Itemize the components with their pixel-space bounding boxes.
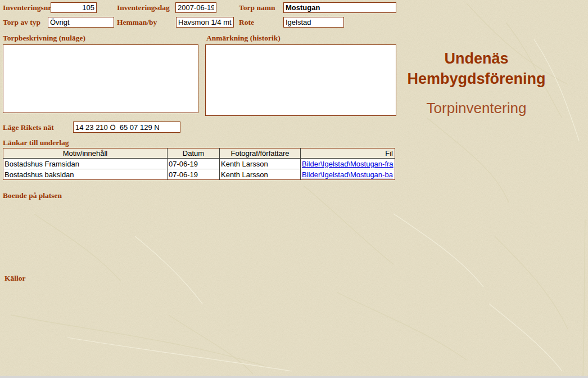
hemman-by-label: Hemman/by — [117, 18, 157, 27]
table-header-row: Motiv/innehåll Datum Fotograf/författare… — [3, 148, 395, 159]
boende-pa-platsen-heading: Boende på platsen — [3, 191, 62, 200]
column-header-datum: Datum — [168, 148, 220, 159]
bottom-window-edge — [0, 376, 588, 378]
page-subtitle: Torpinventering — [399, 100, 554, 117]
anmarkning-textarea[interactable] — [205, 44, 396, 116]
torp-av-typ-input[interactable] — [48, 17, 114, 28]
torpbeskrivning-label: Torpbeskrivning (nuläge) — [3, 34, 85, 43]
inventeringsdag-input[interactable] — [175, 2, 216, 13]
torp-av-typ-label: Torp av typ — [3, 18, 40, 27]
fil-link[interactable]: Bilder\Igelstad\Mostugan-ba — [302, 170, 393, 179]
fil-link[interactable]: Bilder\Igelstad\Mostugan-fra — [302, 160, 393, 168]
org-title: Undenäs Hembygdsförening — [399, 48, 554, 89]
underlag-table: Motiv/innehåll Datum Fotograf/författare… — [3, 148, 395, 180]
cell-datum: 07-06-19 — [168, 159, 220, 169]
cell-motiv: Bostadshus baksidan — [3, 169, 168, 180]
rote-input[interactable] — [283, 17, 344, 28]
form-content: Inventeringsnr Inventeringsdag Torp namn… — [0, 0, 588, 378]
cell-motiv: Bostadshus Framsidan — [3, 159, 168, 169]
kallor-heading: Källor — [4, 274, 26, 283]
org-title-line2: Hembygdsförening — [399, 69, 554, 89]
torp-namn-input[interactable] — [283, 2, 396, 13]
cell-fil: Bilder\Igelstad\Mostugan-fra — [301, 159, 395, 169]
anmarkning-label: Anmärkning (historik) — [206, 34, 281, 43]
torpinventering-page: Inventeringsnr Inventeringsdag Torp namn… — [0, 0, 588, 378]
cell-fotograf: Kenth Larsson — [220, 169, 301, 180]
table-row: Bostadshus Framsidan 07-06-19 Kenth Lars… — [3, 159, 395, 169]
rote-label: Rote — [239, 18, 254, 27]
lankar-till-underlag-heading: Länkar till underlag — [3, 138, 69, 147]
torpbeskrivning-textarea[interactable] — [3, 44, 198, 113]
column-header-motiv: Motiv/innehåll — [3, 148, 168, 159]
column-header-fil: Fil — [301, 148, 395, 159]
cell-datum: 07-06-19 — [168, 169, 220, 180]
cell-fil: Bilder\Igelstad\Mostugan-ba — [301, 169, 395, 180]
org-title-line1: Undenäs — [399, 48, 554, 69]
inventeringsdag-label: Inventeringsdag — [117, 3, 170, 12]
inventeringsnr-label: Inventeringsnr — [3, 3, 51, 12]
lage-rikets-nat-label: Läge Rikets nät — [3, 123, 54, 132]
cell-fotograf: Kenth Larsson — [220, 159, 301, 169]
hemman-by-input[interactable] — [176, 17, 234, 28]
column-header-fotograf: Fotograf/författare — [220, 148, 301, 159]
torp-namn-label: Torp namn — [239, 3, 275, 12]
table-row: Bostadshus baksidan 07-06-19 Kenth Larss… — [3, 169, 395, 180]
inventeringsnr-input[interactable] — [51, 2, 97, 13]
lage-rikets-nat-input[interactable] — [73, 122, 180, 133]
